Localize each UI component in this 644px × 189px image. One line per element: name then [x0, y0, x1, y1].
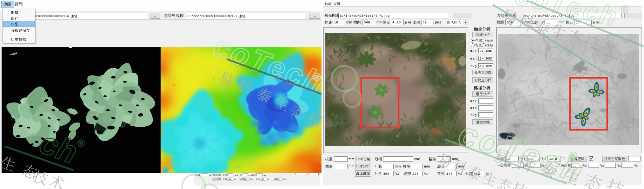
svg-text:max: max	[470, 49, 477, 53]
svg-text:mm: mm	[346, 20, 352, 24]
svg-text:018091300000101-R.jpg: 018091300000101-R.jpg	[35, 14, 77, 18]
svg-text:mm: mm	[424, 164, 430, 168]
svg-text:mm: mm	[395, 164, 401, 168]
svg-text:2: 2	[419, 156, 421, 159]
svg-text:μ m: μ m	[405, 20, 411, 24]
svg-text:145: 145	[261, 178, 264, 180]
svg-text:632: 632	[277, 178, 281, 180]
svg-text:R: R	[571, 153, 575, 159]
svg-text:145: 145	[446, 172, 453, 176]
svg-text:coTech: coTech	[454, 115, 590, 189]
svg-text:mm: mm	[249, 174, 252, 176]
svg-text:max: max	[470, 99, 477, 103]
svg-text:min: min	[470, 57, 477, 60]
svg-text:...: ...	[462, 14, 465, 17]
svg-text:...: ...	[632, 14, 634, 17]
svg-text:cm: cm	[414, 157, 419, 161]
svg-text:mm: mm	[349, 157, 354, 161]
svg-text:4.25: 4.25	[392, 21, 401, 24]
svg-text:...: ...	[154, 14, 156, 17]
svg-text:60: 60	[422, 21, 427, 24]
svg-text:avg: avg	[470, 64, 477, 68]
svg-text:16: 16	[334, 21, 338, 24]
svg-text:mm: mm	[263, 174, 266, 176]
svg-text:R: R	[315, 74, 319, 80]
svg-text:...: ...	[313, 14, 316, 17]
svg-text:pixs: pixs	[435, 20, 442, 24]
svg-text:E:/thermoRGB/test/3-R.jpg: E:/thermoRGB/test/3-R.jpg	[340, 14, 390, 18]
svg-text:223: 223	[244, 178, 248, 180]
svg-text:mm: mm	[234, 174, 237, 176]
svg-text:mm: mm	[209, 174, 212, 176]
svg-text:223: 223	[412, 172, 419, 176]
svg-text:R: R	[623, 6, 627, 13]
svg-text:mm: mm	[376, 20, 382, 24]
svg-text:R: R	[79, 141, 83, 146]
svg-text:546: 546	[364, 21, 370, 24]
svg-text:ch: ch	[35, 124, 82, 170]
svg-text:368: 368	[228, 178, 231, 180]
svg-text:16.823: 16.823	[480, 64, 492, 68]
svg-text:27.600: 27.600	[480, 49, 492, 53]
svg-text:min: min	[470, 106, 477, 110]
svg-text:E:/eco/2018091300000101-T.jpg: E:/eco/2018091300000101-T.jpg	[187, 14, 245, 18]
svg-text:mm: mm	[559, 20, 564, 24]
svg-text:RGB: RGB	[356, 157, 363, 161]
svg-text:coTech: coTech	[209, 29, 329, 100]
svg-text:368: 368	[383, 172, 389, 176]
svg-text:mm: mm	[349, 164, 354, 168]
svg-text:RGB: RGB	[332, 14, 339, 17]
svg-text:14.900: 14.900	[480, 57, 492, 60]
